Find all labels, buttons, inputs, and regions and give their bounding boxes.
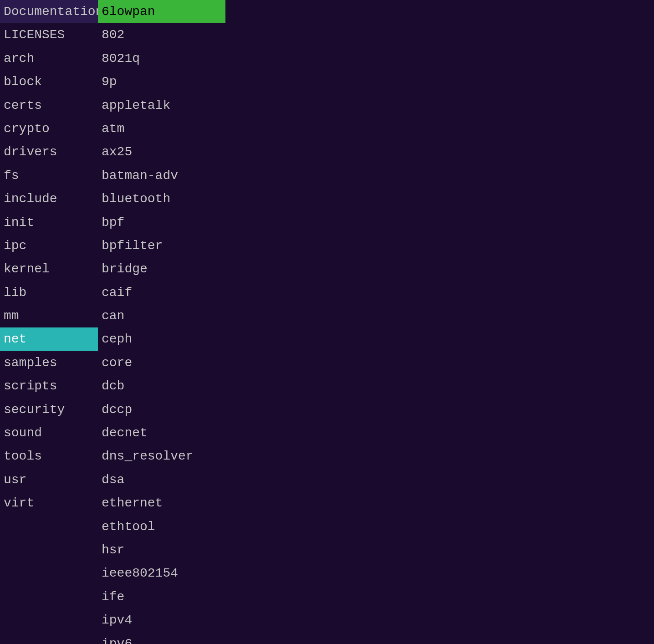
right-panel-item-ipv4[interactable]: ipv4 (98, 608, 225, 632)
right-panel-item-bluetooth[interactable]: bluetooth (98, 187, 225, 210)
right-panel-item-8021q[interactable]: 8021q (98, 47, 225, 70)
right-panel-item-appletalk[interactable]: appletalk (98, 94, 225, 117)
right-panel-item-dns_resolver[interactable]: dns_resolver (98, 445, 225, 468)
left-panel-item-scripts[interactable]: scripts (0, 374, 98, 398)
right-panel-item-dcb[interactable]: dcb (98, 374, 225, 398)
left-directory-panel: DocumentationLICENSESarchblockcertscrypt… (0, 0, 98, 644)
right-panel-item-9p[interactable]: 9p (98, 70, 225, 93)
right-panel-item-core[interactable]: core (98, 351, 225, 374)
left-panel-item-net[interactable]: net (0, 327, 98, 351)
left-panel-item-virt[interactable]: virt (0, 491, 98, 515)
right-panel-item-decnet[interactable]: decnet (98, 421, 225, 445)
left-panel-item-usr[interactable]: usr (0, 468, 98, 491)
left-panel-item-arch[interactable]: arch (0, 47, 98, 70)
left-panel-item-samples[interactable]: samples (0, 351, 98, 374)
left-panel-item-fs[interactable]: fs (0, 164, 98, 187)
right-panel-item-ceph[interactable]: ceph (98, 327, 225, 351)
left-panel-item-init[interactable]: init (0, 211, 98, 234)
right-panel-item-hsr[interactable]: hsr (98, 538, 225, 562)
right-panel-item-ife[interactable]: ife (98, 585, 225, 608)
right-directory-panel: 6lowpan8028021q9pappletalkatmax25batman-… (98, 0, 225, 644)
right-panel-item-bpfilter[interactable]: bpfilter (98, 234, 225, 257)
right-panel-item-batman-adv[interactable]: batman-adv (98, 164, 225, 187)
left-panel-item-security[interactable]: security (0, 398, 98, 421)
left-panel-item-documentation[interactable]: Documentation (0, 0, 98, 23)
right-panel-item-atm[interactable]: atm (98, 117, 225, 140)
left-panel-item-sound[interactable]: sound (0, 421, 98, 445)
left-panel-item-licenses[interactable]: LICENSES (0, 23, 98, 46)
left-panel-item-lib[interactable]: lib (0, 281, 98, 304)
right-panel-item-6lowpan[interactable]: 6lowpan (98, 0, 225, 23)
left-panel-item-certs[interactable]: certs (0, 94, 98, 117)
right-panel-item-caif[interactable]: caif (98, 281, 225, 304)
right-panel-item-ethtool[interactable]: ethtool (98, 515, 225, 538)
left-panel-item-ipc[interactable]: ipc (0, 234, 98, 257)
empty-area (225, 0, 654, 644)
right-panel-item-ieee802154[interactable]: ieee802154 (98, 562, 225, 585)
right-panel-item-ipv6[interactable]: ipv6 (98, 632, 225, 644)
right-panel-item-ax25[interactable]: ax25 (98, 140, 225, 164)
right-panel-item-bpf[interactable]: bpf (98, 211, 225, 234)
file-browser: DocumentationLICENSESarchblockcertscrypt… (0, 0, 654, 644)
left-panel-item-mm[interactable]: mm (0, 304, 98, 327)
left-panel-item-include[interactable]: include (0, 187, 98, 210)
left-panel-item-tools[interactable]: tools (0, 445, 98, 468)
left-panel-item-block[interactable]: block (0, 70, 98, 93)
left-panel-item-kernel[interactable]: kernel (0, 257, 98, 281)
right-panel-item-802[interactable]: 802 (98, 23, 225, 46)
left-panel-item-crypto[interactable]: crypto (0, 117, 98, 140)
right-panel-item-ethernet[interactable]: ethernet (98, 491, 225, 515)
right-panel-item-dccp[interactable]: dccp (98, 398, 225, 421)
left-panel-item-drivers[interactable]: drivers (0, 140, 98, 164)
right-panel-item-dsa[interactable]: dsa (98, 468, 225, 491)
right-panel-item-can[interactable]: can (98, 304, 225, 327)
right-panel-item-bridge[interactable]: bridge (98, 257, 225, 281)
